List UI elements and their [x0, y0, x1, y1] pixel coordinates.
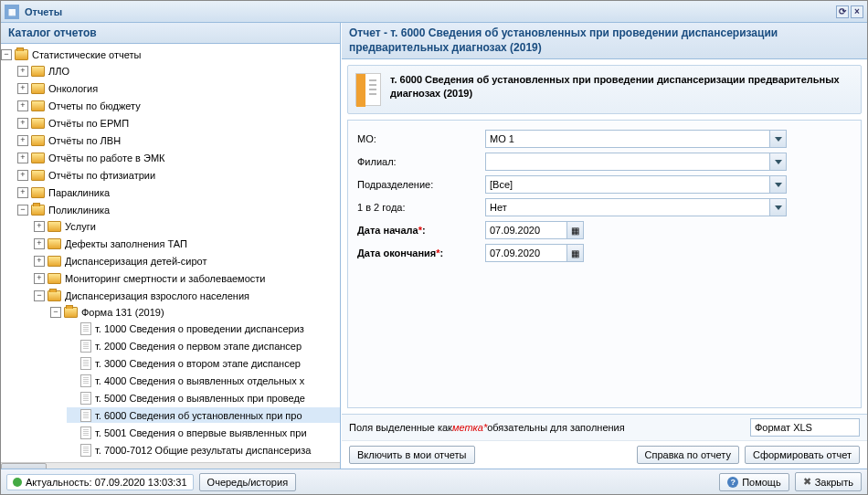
- tree-item-label: Диспансеризация взрослого населения: [65, 290, 249, 301]
- chevron-down-icon[interactable]: [770, 175, 787, 194]
- end-date-input[interactable]: [485, 244, 567, 262]
- document-icon: [80, 322, 91, 335]
- start-date-input[interactable]: [485, 221, 567, 239]
- expand-icon[interactable]: +: [17, 170, 28, 181]
- tree-item-label: Онкология: [48, 83, 98, 94]
- chevron-down-icon[interactable]: [770, 130, 787, 148]
- tree-scroll[interactable]: −Статистические отчеты+ЛЛО+Онкология+Отч…: [1, 44, 340, 469]
- tree-folder-item[interactable]: −Форма 131 (2019): [50, 304, 340, 320]
- tree-folder-item[interactable]: −Поликлиника: [17, 202, 340, 217]
- tree-item-label: Статистические отчеты: [32, 49, 141, 60]
- collapse-icon[interactable]: −: [34, 290, 45, 301]
- tree-item-label: т. 4000 Сведения о выявленных отдельных …: [95, 375, 304, 386]
- close-icon: ✖: [803, 476, 811, 488]
- tree-folder-item[interactable]: +Отчеты по бюджету: [17, 98, 340, 113]
- filial-input[interactable]: [485, 153, 770, 171]
- expand-icon[interactable]: +: [17, 100, 28, 111]
- action-row: Включить в мои отчеты Справка по отчету …: [342, 440, 867, 469]
- form-report-button[interactable]: Сформировать отчет: [745, 446, 860, 464]
- tree-folder-item[interactable]: −Статистические отчеты: [1, 47, 340, 62]
- podr-combo[interactable]: [485, 175, 787, 194]
- collapse-icon[interactable]: −: [1, 49, 12, 60]
- tree-doc-item[interactable]: т. 3000 Сведения о втором этапе диспансе…: [67, 355, 340, 371]
- report-panel: Отчет - т. 6000 Сведения об установленны…: [341, 23, 867, 469]
- expand-icon[interactable]: +: [17, 66, 28, 77]
- collapse-icon[interactable]: −: [17, 205, 28, 216]
- expand-icon[interactable]: +: [34, 238, 45, 249]
- tree-folder-item[interactable]: +Отчёты по ЕРМП: [17, 115, 340, 131]
- podr-input[interactable]: [485, 175, 770, 194]
- tree-item-label: т. 7000-7012 Общие результаты диспансери…: [95, 445, 311, 456]
- report-title: Отчет - т. 6000 Сведения об установленны…: [342, 23, 867, 59]
- tree-folder-item[interactable]: +Отчёты по работе в ЭМК: [17, 150, 340, 165]
- end-date-field[interactable]: ▦: [485, 244, 584, 262]
- tree-item-label: Мониторинг смертности и заболеваемости: [65, 273, 265, 284]
- calendar-icon[interactable]: ▦: [567, 244, 584, 262]
- tree-folder-item[interactable]: +Параклиника: [17, 184, 340, 200]
- refresh-button[interactable]: ⟳: [836, 5, 849, 18]
- tree-item-label: ЛЛО: [48, 66, 69, 77]
- expand-icon[interactable]: +: [17, 118, 28, 129]
- hint-strip: Поля выделенные как метка* обязательны д…: [342, 414, 867, 440]
- tree-folder-item[interactable]: −Диспансеризация взрослого населения: [34, 288, 340, 303]
- mo-input[interactable]: [485, 130, 770, 148]
- tree-spacer: [67, 323, 78, 334]
- help-button[interactable]: ?Помощь: [719, 473, 789, 491]
- tree-item-label: Поликлиника: [48, 205, 110, 216]
- format-combo[interactable]: [750, 418, 860, 437]
- tree-folder-item[interactable]: +Отчёты по фтизиатрии: [17, 167, 340, 183]
- start-date-field[interactable]: ▦: [485, 221, 584, 239]
- folder-icon: [31, 66, 45, 77]
- footer: Актуальность: 07.09.2020 13:03:31 Очеред…: [1, 469, 867, 494]
- folder-icon: [31, 170, 45, 181]
- document-icon: [80, 340, 91, 353]
- tree-doc-item[interactable]: т. 2000 Сведения о первом этапе диспансе…: [67, 338, 340, 353]
- expand-icon[interactable]: +: [17, 83, 28, 94]
- folder-icon: [31, 135, 45, 146]
- tree-doc-item[interactable]: т. 5001 Сведения о впервые выявленных пр…: [67, 425, 340, 440]
- tree-folder-item[interactable]: +Отчёты по ЛВН: [17, 132, 340, 148]
- tree-folder-item[interactable]: +Диспансеризация детей-сирот: [34, 253, 340, 269]
- tree-folder-item[interactable]: +Онкология: [17, 80, 340, 96]
- tree-doc-item[interactable]: т. 6000 Сведения об установленных при пр…: [67, 407, 340, 423]
- expand-icon[interactable]: +: [34, 221, 45, 232]
- tree-folder-item[interactable]: +Дефекты заполнения ТАП: [34, 236, 340, 251]
- document-icon: [80, 374, 91, 387]
- tree-spacer: [67, 375, 78, 386]
- horizontal-scrollbar[interactable]: [1, 462, 340, 469]
- tree-doc-item[interactable]: т. 1000 Сведения о проведении диспансери…: [67, 321, 340, 336]
- collapse-icon[interactable]: −: [50, 307, 61, 318]
- expand-icon[interactable]: +: [17, 187, 28, 198]
- filial-combo[interactable]: [485, 153, 787, 171]
- tree-folder-item[interactable]: +Услуги: [34, 218, 340, 234]
- include-button[interactable]: Включить в мои отчеты: [349, 446, 475, 464]
- close-button[interactable]: ✖Закрыть: [795, 472, 862, 491]
- tree-folder-item[interactable]: +Мониторинг смертности и заболеваемости: [34, 270, 340, 286]
- report-help-button[interactable]: Справка по отчету: [637, 446, 739, 464]
- tree-item-label: Дефекты заполнения ТАП: [65, 238, 187, 249]
- tree-folder-item[interactable]: +ЛЛО: [17, 63, 340, 79]
- queue-button[interactable]: Очередь/история: [199, 473, 297, 491]
- tree-item-label: т. 1000 Сведения о проведении диспансери…: [95, 323, 304, 334]
- mo-combo[interactable]: [485, 130, 787, 148]
- tree-doc-item[interactable]: т. 4000 Сведения о выявленных отдельных …: [67, 373, 340, 388]
- expand-icon[interactable]: +: [17, 153, 28, 163]
- folder-icon: [64, 307, 78, 318]
- close-window-button[interactable]: ×: [851, 5, 863, 18]
- tree-spacer: [67, 445, 78, 456]
- catalog-title: Каталог отчетов: [1, 23, 340, 44]
- expand-icon[interactable]: +: [17, 135, 28, 146]
- format-input[interactable]: [750, 418, 860, 437]
- document-icon: [80, 357, 91, 370]
- document-icon: [80, 427, 91, 439]
- chevron-down-icon[interactable]: [770, 198, 787, 216]
- freq-input[interactable]: [485, 198, 770, 216]
- freq-combo[interactable]: [485, 198, 787, 216]
- expand-icon[interactable]: +: [34, 256, 45, 267]
- expand-icon[interactable]: +: [34, 273, 45, 284]
- tree-doc-item[interactable]: т. 7000-7012 Общие результаты диспансери…: [67, 442, 340, 458]
- chevron-down-icon[interactable]: [770, 153, 787, 171]
- tree-doc-item[interactable]: т. 5000 Сведения о выявленных при провед…: [67, 390, 340, 405]
- tree-spacer: [67, 341, 78, 352]
- calendar-icon[interactable]: ▦: [567, 221, 584, 239]
